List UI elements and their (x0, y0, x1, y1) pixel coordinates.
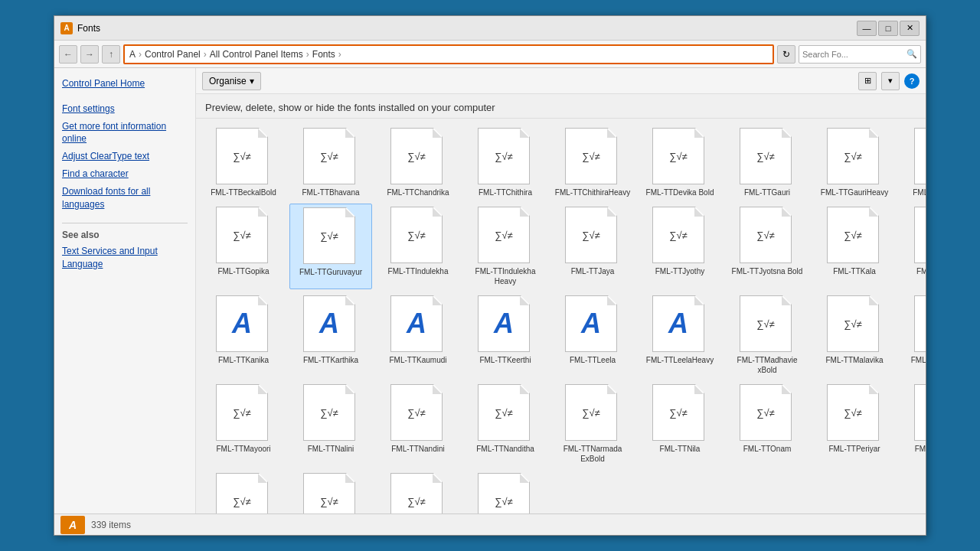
font-label: FML-TTChandrika (387, 187, 449, 197)
font-icon: ∑√≠ (740, 295, 792, 352)
font-icon: ∑√≠ (478, 384, 530, 441)
font-icon: ∑√≠ (652, 128, 704, 184)
font-label: FML-TTJyothy (655, 266, 704, 276)
title-bar-controls: — □ ✕ (857, 21, 920, 36)
breadcrumb-item-fonts[interactable]: Fonts (312, 49, 335, 60)
font-item[interactable]: ∑√≠FML-TTKala (813, 204, 896, 289)
font-item[interactable]: ∑√≠FML-TTChithiraHeavy (551, 125, 634, 201)
font-item[interactable]: ∑√≠FML-TTJyotsna Bold (726, 204, 808, 289)
search-input[interactable] (802, 50, 902, 59)
font-label: FML-TTMangalaE xBold (903, 355, 926, 375)
font-item[interactable]: ∑√≠FML-TTBhavana (289, 125, 372, 201)
font-icon: ∑√≠ (914, 295, 926, 352)
font-item[interactable]: ∑√≠FML-TTRevathi (377, 470, 459, 514)
minimize-button[interactable]: — (857, 21, 877, 36)
font-item[interactable]: ∑√≠FML-TTMangalaE xBold (900, 292, 926, 378)
font-icon: ∑√≠ (565, 384, 617, 441)
font-label: FML-TTMalavika (825, 355, 883, 365)
sidebar-link-download-fonts[interactable]: Download fonts for all languages (62, 185, 188, 211)
content-area: Control Panel Home Font settings Get mor… (54, 68, 926, 514)
close-button[interactable]: ✕ (900, 21, 920, 36)
font-item[interactable]: ∑√≠FML-TTNila (639, 381, 721, 467)
sidebar-link-control-panel-home[interactable]: Control Panel Home (62, 77, 188, 90)
font-item[interactable]: AFML-TTKaumudi (377, 292, 459, 378)
font-item[interactable]: ∑√≠FML-TTGeethika (900, 125, 926, 201)
font-item[interactable]: ∑√≠FML-TTGauriHeavy (813, 125, 896, 201)
sidebar-link-text-services[interactable]: Text Services and Input Language (62, 245, 188, 271)
font-item[interactable]: ∑√≠FML-TTChithira (464, 125, 547, 201)
font-item[interactable]: ∑√≠FML-TTNalini (289, 381, 372, 467)
search-box[interactable]: 🔍 (799, 45, 921, 64)
font-item[interactable]: AFML-TTKeerthi (464, 292, 547, 378)
font-item[interactable]: AFML-TTLeelaHeavy (639, 292, 721, 378)
font-item[interactable]: ∑√≠FML-TTNanditha (464, 381, 547, 467)
breadcrumb-item-all-items[interactable]: All Control Panel Items (210, 49, 303, 60)
page-header: Preview, delete, show or hide the fonts … (196, 94, 926, 119)
font-item[interactable]: ∑√≠FML-TTNandini (377, 381, 459, 467)
font-label: FML-TTLeela (570, 355, 616, 365)
sidebar-link-cleartype[interactable]: Adjust ClearType text (62, 150, 188, 163)
font-icon: ∑√≠ (827, 128, 879, 184)
font-item[interactable]: ∑√≠FML-TTRavivarm a (289, 470, 372, 514)
font-item[interactable]: ∑√≠FML-TTPoornima (202, 470, 285, 514)
font-icon: ∑√≠ (478, 473, 530, 514)
font-item[interactable]: AFML-TTLeela (551, 292, 634, 378)
breadcrumb-item-home[interactable]: A (129, 49, 136, 60)
sidebar-link-find-character[interactable]: Find a character (62, 168, 188, 181)
font-icon: ∑√≠ (652, 384, 704, 441)
fonts-grid-container[interactable]: ∑√≠FML-TTBeckalBold∑√≠FML-TTBhavana∑√≠FM… (196, 119, 926, 514)
title-bar: A Fonts — □ ✕ (54, 16, 926, 41)
font-item[interactable]: AFML-TTKamini Regular (900, 204, 926, 289)
font-item[interactable]: ∑√≠FML-TTJyothy (639, 204, 721, 289)
font-icon: A (216, 295, 268, 352)
font-icon: A (303, 295, 355, 352)
font-icon: A (565, 295, 617, 352)
font-item[interactable]: ∑√≠FML-TTGauri (726, 125, 808, 201)
view-large-icons-button[interactable]: ⊞ (858, 72, 877, 90)
font-item[interactable]: ∑√≠FML-TTMadhavie xBold (726, 292, 808, 378)
font-label: FML-TTNalini (308, 444, 354, 454)
up-button[interactable]: ↑ (102, 45, 120, 64)
font-item[interactable]: ∑√≠FML-TTIndulekha Heavy (464, 204, 547, 289)
font-item[interactable]: ∑√≠FML-TTPooram (900, 381, 926, 467)
sidebar-link-font-settings[interactable]: Font settings (62, 103, 188, 116)
font-icon: ∑√≠ (303, 473, 355, 514)
font-item[interactable]: ∑√≠FML-TTPeriyar (813, 381, 896, 467)
organise-button[interactable]: Organise ▾ (202, 72, 261, 90)
font-label: FML-TTKanika (218, 355, 269, 365)
font-item[interactable]: ∑√≠FML-TTOnam (726, 381, 808, 467)
font-icon: ∑√≠ (740, 384, 792, 441)
font-item[interactable]: ∑√≠FML-TTChandrika (377, 125, 459, 201)
font-icon: ∑√≠ (565, 128, 617, 184)
font-item[interactable]: ∑√≠FML-TTMalavika (813, 292, 896, 378)
breadcrumb[interactable]: A › Control Panel › All Control Panel It… (123, 44, 774, 64)
font-item[interactable]: ∑√≠FML-TTNarmada ExBold (551, 381, 634, 467)
maximize-button[interactable]: □ (878, 21, 898, 36)
font-label: FML-TTJaya (571, 266, 615, 276)
view-options-button[interactable]: ▾ (881, 72, 900, 90)
font-item[interactable]: ∑√≠FML-TTDevika Bold (639, 125, 721, 201)
font-item[interactable]: ∑√≠FML-TTJaya (551, 204, 634, 289)
font-item[interactable]: ∑√≠FML-TTGopika (202, 204, 285, 289)
font-icon: ∑√≠ (216, 473, 268, 514)
font-icon: A (478, 295, 530, 352)
font-item[interactable]: AFML-TTKanika (202, 292, 285, 378)
font-item[interactable]: AFML-TTKarthika (289, 292, 372, 378)
font-item[interactable]: ∑√≠FML-TTMayoori (202, 381, 285, 467)
fonts-grid: ∑√≠FML-TTBeckalBold∑√≠FML-TTBhavana∑√≠FM… (202, 125, 920, 514)
refresh-button[interactable]: ↻ (777, 45, 795, 64)
breadcrumb-item-control-panel[interactable]: Control Panel (145, 49, 201, 60)
forward-button[interactable]: → (80, 45, 99, 64)
font-item[interactable]: ∑√≠FML-TTIndulekha (377, 204, 459, 289)
help-button[interactable]: ? (904, 73, 920, 89)
main-area: Organise ▾ ⊞ ▾ ? Preview, delete, show o… (196, 68, 926, 514)
font-item[interactable]: ∑√≠FML-TTBeckalBold (202, 125, 285, 201)
back-button[interactable]: ← (59, 45, 77, 64)
sidebar-link-get-more-info[interactable]: Get more font information online (62, 120, 188, 146)
font-label: FML-TTNila (660, 444, 701, 454)
font-item[interactable]: ∑√≠FML-TTRohini (464, 470, 547, 514)
font-label: FML-TTPooram (915, 444, 926, 454)
font-item[interactable]: ∑√≠FML-TTGuruvayur (289, 204, 372, 289)
font-icon: ∑√≠ (565, 207, 617, 263)
font-label: FML-TTGeethika (913, 187, 926, 197)
